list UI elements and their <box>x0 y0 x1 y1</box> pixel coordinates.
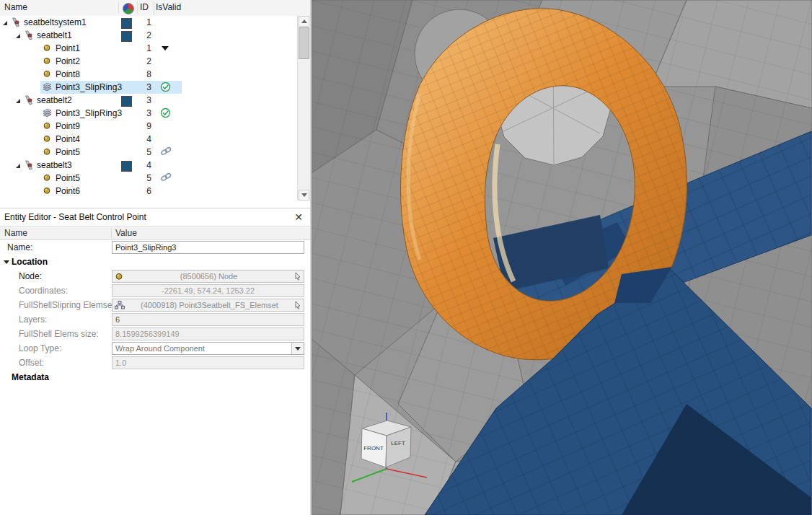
field-value-coordinates: -2261.49, 574.24, 1253.22 <box>112 284 304 297</box>
field-input-name[interactable] <box>112 241 304 254</box>
expander-icon[interactable] <box>3 21 7 25</box>
entity-editor: Entity Editor - Seat Belt Control Point … <box>0 208 310 384</box>
id-value: 3 <box>133 95 151 105</box>
left-panel: Name ID IsValid seatbeltsystem11seatbelt… <box>0 0 312 515</box>
color-column-icon[interactable] <box>123 3 134 14</box>
scrollbar-thumb[interactable] <box>299 27 309 59</box>
entity-tree: seatbeltsystem11seatbelt12Point11Point22… <box>0 16 298 201</box>
field-value-layers: 6 <box>112 313 304 326</box>
tree-item-label: Point5 <box>56 147 80 157</box>
entity-editor-title: Entity Editor - Seat Belt Control Point <box>4 212 146 222</box>
isvalid-check-icon <box>160 82 175 93</box>
editor-row-fullshell-elems-size: FullShell Elems size:8.1599256399149 <box>0 327 310 341</box>
isvalid-dropdown-icon[interactable] <box>160 43 175 54</box>
field-value-offset: 1.0 <box>112 356 304 369</box>
id-value: 5 <box>133 147 151 157</box>
column-header-id[interactable]: ID <box>140 2 149 12</box>
entity-editor-body: Name:LocationNode:(8500656) NodeCoordina… <box>0 240 310 384</box>
tree-scrollbar[interactable] <box>297 16 310 201</box>
tree-item-label: Point8 <box>56 69 80 79</box>
scroll-down-button[interactable] <box>299 190 309 201</box>
tree-row[interactable]: seatbelt12 <box>0 29 298 42</box>
tree-row[interactable]: Point55 <box>0 172 298 185</box>
tree-row[interactable]: Point3_SlipRing33 <box>0 81 298 94</box>
model-browser: Name ID IsValid seatbeltsystem11seatbelt… <box>0 0 310 201</box>
expander-icon[interactable] <box>16 99 20 103</box>
editor-column-value: Value <box>111 228 137 238</box>
tree-row[interactable]: Point66 <box>0 185 298 198</box>
entity-editor-column-header: Name Value <box>0 226 310 240</box>
tree-row[interactable]: Point44 <box>0 133 298 146</box>
scroll-up-button[interactable] <box>299 16 309 27</box>
pick-cursor-icon[interactable] <box>294 272 301 281</box>
field-label-layers: Layers: <box>19 314 47 325</box>
field-label-offset: Offset: <box>19 358 44 368</box>
editor-row-location: Location <box>0 255 310 269</box>
id-value: 5 <box>133 173 151 183</box>
point-icon <box>115 272 123 281</box>
seatbelt-icon <box>24 160 34 170</box>
section-label-location: Location <box>12 257 48 267</box>
column-header-name[interactable]: Name <box>4 2 119 14</box>
point-icon <box>43 147 53 157</box>
entity-editor-title-bar: Entity Editor - Seat Belt Control Point … <box>0 208 310 226</box>
field-value-fullshell-elems-size: 8.1599256399149 <box>112 327 304 340</box>
view-cube-left-label[interactable]: LEFT <box>391 440 405 446</box>
slipring-icon <box>43 108 53 118</box>
editor-row-loop-type: Loop Type:Wrap Around Component <box>0 341 310 356</box>
tree-row[interactable]: Point22 <box>0 55 298 68</box>
tree-item-label: Point3_SlipRing3 <box>56 82 122 92</box>
id-value: 1 <box>133 17 151 27</box>
point-icon <box>43 186 53 196</box>
tree-row[interactable]: seatbelt23 <box>0 94 298 107</box>
tree-item-label: Point5 <box>56 173 80 183</box>
view-cube-front-label[interactable]: FRONT <box>363 445 384 452</box>
isvalid-check-icon <box>160 107 175 119</box>
column-separator <box>137 1 138 14</box>
tree-row[interactable]: Point11 <box>0 42 298 55</box>
component-color-swatch[interactable] <box>121 31 132 42</box>
expander-icon[interactable] <box>16 34 20 38</box>
column-header-isvalid[interactable]: IsValid <box>156 2 181 12</box>
section-collapse-icon[interactable] <box>4 260 9 264</box>
tree-item-label: Point2 <box>56 56 80 66</box>
component-color-swatch[interactable] <box>121 96 132 107</box>
field-label-fullshell-elems-size: FullShell Elems size: <box>19 329 99 339</box>
id-value: 3 <box>133 108 151 118</box>
editor-row-node: Node:(8500656) Node <box>0 269 310 283</box>
field-label-loop-type: Loop Type: <box>19 343 61 353</box>
field-label-node: Node: <box>19 271 42 281</box>
seatbelt-icon <box>11 17 21 27</box>
seatbelt-icon <box>24 30 34 40</box>
point-icon <box>43 56 53 66</box>
tree-row[interactable]: Point99 <box>0 120 298 133</box>
component-color-swatch[interactable] <box>121 161 132 172</box>
chevron-down-icon[interactable] <box>291 343 304 354</box>
view-cube[interactable]: FRONT LEFT <box>361 421 411 467</box>
expander-icon[interactable] <box>16 164 20 168</box>
tree-row[interactable]: seatbeltsystem11 <box>0 16 298 29</box>
id-value: 4 <box>133 160 151 170</box>
field-label-coordinates: Coordinates: <box>19 286 68 296</box>
point-icon <box>43 121 53 131</box>
seatbelt-icon <box>24 95 34 105</box>
editor-row-coordinates: Coordinates:-2261.49, 574.24, 1253.22 <box>0 283 310 298</box>
id-value: 8 <box>133 69 151 79</box>
close-icon[interactable]: ✕ <box>293 208 304 226</box>
editor-row-fullshell-slipring-elemset: FullShellSlipring Elemset:(4000918) Poin… <box>0 298 310 312</box>
viewport-3d[interactable]: FRONT LEFT <box>312 0 812 515</box>
point-icon <box>43 173 53 183</box>
tree-row[interactable]: Point55 <box>0 146 298 159</box>
column-separator <box>154 1 154 14</box>
editor-row-layers: Layers:6 <box>0 312 310 327</box>
field-picker-fullshell-slipring-elemset[interactable]: (4000918) Point3Seatbelt_FS_Elemset <box>112 299 304 312</box>
tree-row[interactable]: seatbelt34 <box>0 159 298 172</box>
field-dropdown-loop-type[interactable]: Wrap Around Component <box>112 342 304 355</box>
tree-row[interactable]: Point88 <box>0 68 298 81</box>
tree-row[interactable]: Point3_SlipRing33 <box>0 107 298 120</box>
pick-cursor-icon[interactable] <box>294 301 301 309</box>
component-color-swatch[interactable] <box>121 18 132 29</box>
tree-item-label: Point6 <box>56 186 80 196</box>
editor-column-name: Name <box>4 228 27 238</box>
field-picker-node[interactable]: (8500656) Node <box>112 270 304 283</box>
